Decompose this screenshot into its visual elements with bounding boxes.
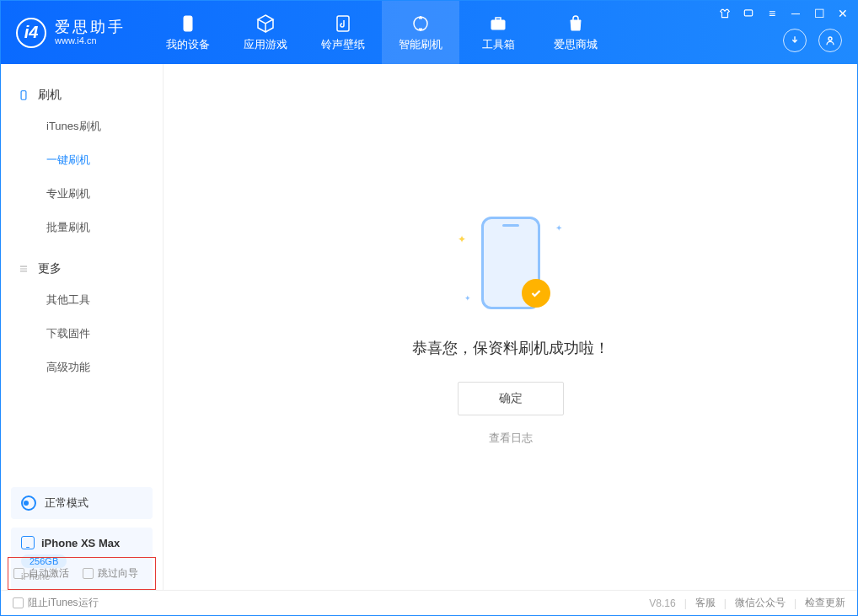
sparkle-icon: ✦ bbox=[458, 233, 466, 245]
app-title: 爱思助手 bbox=[55, 19, 126, 36]
check-update-link[interactable]: 检查更新 bbox=[805, 596, 845, 610]
mode-card[interactable]: 正常模式 bbox=[11, 487, 153, 519]
sidebar-item-download-fw[interactable]: 下载固件 bbox=[1, 317, 163, 351]
nav-label: 爱思商城 bbox=[554, 37, 598, 52]
svg-rect-7 bbox=[21, 91, 26, 100]
refresh-icon bbox=[410, 13, 431, 34]
mode-icon bbox=[21, 495, 36, 511]
success-illustration: ✦ ✦ ✦ bbox=[448, 208, 574, 318]
menu-icon[interactable]: ≡ bbox=[764, 6, 780, 21]
view-log-link[interactable]: 查看日志 bbox=[489, 431, 533, 446]
bag-icon bbox=[566, 13, 586, 34]
sparkle-icon: ✦ bbox=[555, 223, 562, 233]
highlighted-options: 自动激活 跳过向导 bbox=[8, 557, 156, 590]
nav-ringtones[interactable]: 铃声壁纸 bbox=[304, 1, 382, 64]
logo-icon: i4 bbox=[16, 18, 46, 48]
nav-label: 我的设备 bbox=[166, 37, 210, 52]
app-subtitle: www.i4.cn bbox=[55, 35, 126, 46]
nav-label: 工具箱 bbox=[482, 37, 515, 52]
checkbox-icon bbox=[83, 568, 94, 579]
version-label: V8.16 bbox=[649, 597, 675, 609]
checkbox-skip-guide[interactable]: 跳过向导 bbox=[83, 566, 138, 581]
download-icon[interactable] bbox=[783, 29, 807, 52]
nav-label: 智能刷机 bbox=[399, 37, 442, 52]
checkbox-label: 跳过向导 bbox=[98, 566, 138, 581]
main-nav: 我的设备 应用游戏 铃声壁纸 智能刷机 工具箱 爱思商城 bbox=[149, 1, 614, 64]
svg-point-6 bbox=[829, 37, 832, 40]
nav-label: 铃声壁纸 bbox=[321, 37, 365, 52]
svg-rect-1 bbox=[337, 16, 349, 31]
nav-my-device[interactable]: 我的设备 bbox=[149, 1, 227, 64]
logo: i4 爱思助手 www.i4.cn bbox=[1, 18, 141, 48]
device-name: iPhone XS Max bbox=[41, 537, 120, 549]
phone-icon bbox=[178, 13, 198, 34]
sparkle-icon: ✦ bbox=[464, 294, 471, 303]
minimize-icon[interactable]: ─ bbox=[788, 6, 803, 21]
checkbox-block-itunes[interactable]: 阻止iTunes运行 bbox=[13, 596, 99, 610]
svg-rect-5 bbox=[744, 10, 752, 16]
nav-smart-flash[interactable]: 智能刷机 bbox=[382, 1, 459, 64]
checkbox-label: 自动激活 bbox=[29, 566, 69, 581]
mode-label: 正常模式 bbox=[45, 495, 88, 511]
checkbox-label: 阻止iTunes运行 bbox=[28, 596, 99, 610]
sidebar-item-advanced[interactable]: 高级功能 bbox=[1, 351, 163, 384]
ok-button[interactable]: 确定 bbox=[458, 382, 564, 415]
feedback-icon[interactable] bbox=[741, 6, 756, 21]
sidebar-group-label: 更多 bbox=[38, 261, 62, 276]
nav-store[interactable]: 爱思商城 bbox=[537, 1, 614, 64]
checkbox-icon bbox=[13, 568, 24, 579]
shirt-icon[interactable] bbox=[717, 6, 732, 21]
list-icon bbox=[18, 263, 29, 275]
sidebar-item-batch-flash[interactable]: 批量刷机 bbox=[1, 211, 163, 244]
main-content: ✦ ✦ ✦ 恭喜您，保资料刷机成功啦！ 确定 查看日志 bbox=[164, 64, 857, 590]
nav-label: 应用游戏 bbox=[244, 37, 287, 52]
svg-rect-0 bbox=[184, 16, 192, 31]
titlebar-controls: ≡ ─ ☐ ✕ bbox=[717, 6, 850, 21]
sidebar-item-other-tools[interactable]: 其他工具 bbox=[1, 283, 163, 317]
checkbox-icon bbox=[13, 597, 24, 608]
wechat-link[interactable]: 微信公众号 bbox=[735, 596, 786, 610]
sidebar-item-itunes-flash[interactable]: iTunes刷机 bbox=[1, 110, 163, 143]
nav-apps-games[interactable]: 应用游戏 bbox=[227, 1, 304, 64]
header-actions bbox=[783, 29, 842, 52]
user-icon[interactable] bbox=[818, 29, 842, 52]
nav-toolbox[interactable]: 工具箱 bbox=[459, 1, 537, 64]
check-badge-icon bbox=[522, 279, 550, 308]
cube-icon bbox=[255, 13, 276, 34]
close-icon[interactable]: ✕ bbox=[835, 6, 850, 21]
footer: 阻止iTunes运行 V8.16 | 客服 | 微信公众号 | 检查更新 bbox=[1, 590, 857, 615]
body: 刷机 iTunes刷机 一键刷机 专业刷机 批量刷机 更多 其他工具 下载固件 … bbox=[1, 64, 857, 590]
sidebar: 刷机 iTunes刷机 一键刷机 专业刷机 批量刷机 更多 其他工具 下载固件 … bbox=[1, 64, 164, 590]
sidebar-group-label: 刷机 bbox=[38, 88, 62, 103]
svg-rect-4 bbox=[496, 18, 501, 20]
phone-outline-icon bbox=[18, 89, 29, 101]
app-header: i4 爱思助手 www.i4.cn 我的设备 应用游戏 铃声壁纸 智能刷机 工具… bbox=[1, 1, 857, 64]
music-icon bbox=[333, 13, 353, 34]
success-message: 恭喜您，保资料刷机成功啦！ bbox=[412, 338, 609, 358]
checkbox-auto-activate[interactable]: 自动激活 bbox=[13, 566, 69, 581]
device-icon bbox=[21, 536, 35, 549]
maximize-icon[interactable]: ☐ bbox=[812, 6, 827, 21]
support-link[interactable]: 客服 bbox=[695, 596, 716, 610]
toolbox-icon bbox=[488, 13, 508, 34]
sidebar-item-oneclick-flash[interactable]: 一键刷机 bbox=[1, 143, 163, 177]
sidebar-item-pro-flash[interactable]: 专业刷机 bbox=[1, 177, 163, 211]
svg-rect-3 bbox=[491, 20, 505, 29]
sidebar-group-flash: 刷机 bbox=[1, 81, 163, 110]
sidebar-group-more: 更多 bbox=[1, 254, 163, 283]
